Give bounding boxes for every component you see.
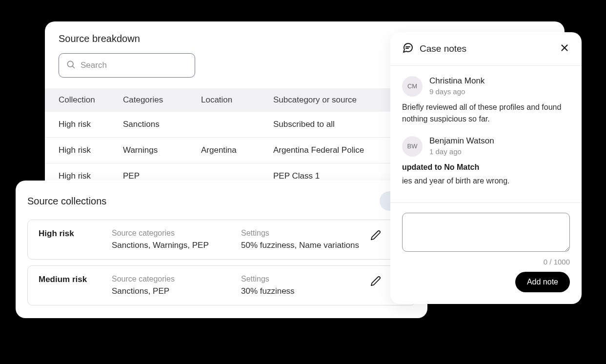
search-input-container[interactable]: [59, 53, 195, 78]
collection-row: Medium risk Source categories Sanctions,…: [27, 265, 416, 305]
note-author-name: Benjamin Watson: [429, 136, 494, 147]
svg-point-0: [67, 61, 73, 67]
note-timestamp: 9 days ago: [429, 87, 485, 97]
cell-collection: High risk: [45, 112, 123, 138]
collection-row: High risk Source categories Sanctions, W…: [27, 220, 416, 260]
settings-label: Settings: [241, 229, 370, 238]
note-status-update: updated to No Match: [402, 162, 570, 173]
categories-value: Sanctions, PEP: [112, 286, 241, 296]
collection-name: High risk: [39, 229, 112, 239]
note-author-name: Christina Monk: [429, 76, 485, 87]
note-item: BW Benjamin Watson 1 day ago updated to …: [402, 136, 570, 187]
pencil-icon: [370, 230, 381, 243]
close-button[interactable]: [559, 42, 570, 55]
edit-button[interactable]: [370, 231, 381, 242]
cell-categories: Sanctions: [123, 112, 201, 138]
categories-label: Source categories: [112, 275, 241, 283]
cell-collection: High risk: [45, 138, 123, 163]
avatar: CM: [402, 76, 423, 97]
col-header-categories: Categories: [123, 88, 201, 112]
cell-location: Argentina: [201, 138, 273, 163]
edit-button[interactable]: [370, 277, 381, 287]
note-text-body: ies and year of birth are wrong.: [402, 177, 510, 185]
categories-value: Sanctions, Warnings, PEP: [112, 241, 241, 250]
close-icon: [559, 46, 570, 55]
note-text: Briefly reviewed all of these profiles a…: [402, 101, 570, 125]
note-text: updated to No Match ies and year of birt…: [402, 162, 570, 187]
case-notes-footer: 0 / 1000 Add note: [390, 203, 582, 304]
notes-icon: [402, 42, 414, 56]
collection-name: Medium risk: [39, 275, 112, 284]
svg-line-1: [73, 66, 75, 68]
case-notes-panel: Case notes CM Christina Monk 9 days ago …: [390, 32, 582, 304]
settings-value: 30% fuzziness: [241, 286, 370, 296]
note-char-counter: 0 / 1000: [544, 258, 570, 266]
avatar: BW: [402, 136, 423, 157]
pencil-icon: [370, 276, 381, 288]
search-input[interactable]: [81, 61, 188, 70]
note-timestamp: 1 day ago: [429, 147, 494, 157]
collections-title: Source collections: [27, 196, 106, 207]
collections-header: Source collections Add: [27, 191, 416, 211]
case-notes-header: Case notes: [390, 32, 582, 66]
case-notes-title: Case notes: [420, 43, 559, 54]
cell-categories: Warnings: [123, 138, 201, 163]
col-header-collection: Collection: [45, 88, 123, 112]
cell-location: [201, 112, 273, 138]
col-header-location: Location: [201, 88, 273, 112]
source-collections-card: Source collections Add High risk Source …: [16, 181, 427, 318]
settings-label: Settings: [241, 275, 370, 283]
categories-label: Source categories: [112, 229, 241, 238]
note-textarea[interactable]: [402, 213, 570, 252]
note-item: CM Christina Monk 9 days ago Briefly rev…: [402, 76, 570, 125]
case-notes-body: CM Christina Monk 9 days ago Briefly rev…: [390, 66, 582, 203]
add-note-button[interactable]: Add note: [515, 272, 570, 292]
settings-value: 50% fuzziness, Name variations: [241, 241, 370, 250]
search-icon: [66, 60, 76, 71]
